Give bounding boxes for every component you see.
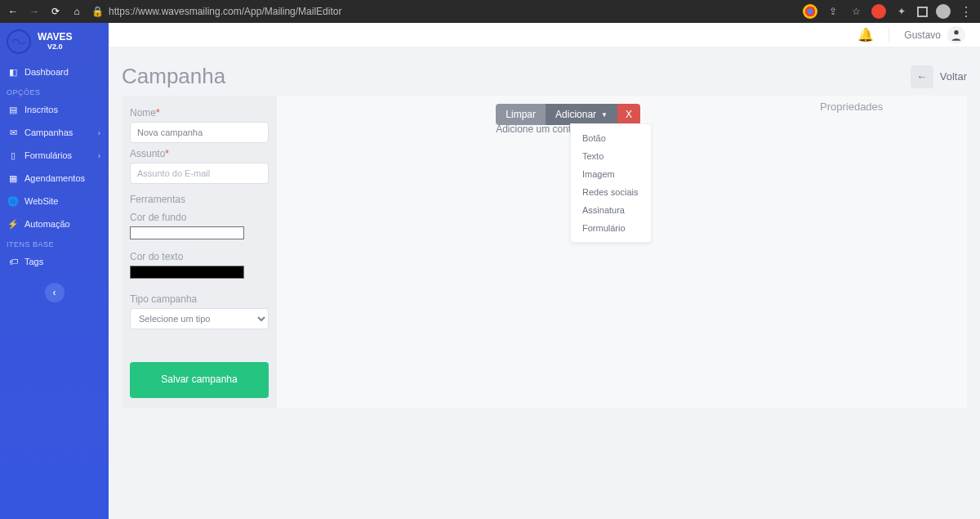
- bg-color-input[interactable]: [130, 226, 244, 239]
- calendar-icon: ▦: [8, 173, 18, 183]
- sidebar-collapse-button[interactable]: ‹: [45, 283, 65, 302]
- type-select[interactable]: Selecione um tipo: [130, 308, 269, 329]
- brand-name: WAVES: [38, 32, 72, 43]
- sidebar-item-automacao[interactable]: ⚡Automação: [0, 213, 109, 235]
- avatar-icon: [947, 26, 965, 44]
- globe-icon: 🌐: [8, 196, 18, 206]
- separator: [889, 28, 889, 43]
- arrow-left-icon: ←: [911, 65, 933, 88]
- username: Gustavo: [904, 29, 941, 41]
- sidebar-item-label: Campanhas: [24, 128, 73, 137]
- required-mark: *: [156, 107, 160, 119]
- delete-button[interactable]: X: [617, 104, 640, 125]
- profile-icon[interactable]: [936, 4, 951, 19]
- sidebar-section: ITENS BASE: [0, 235, 109, 250]
- sidebar-item-label: Inscritos: [24, 105, 58, 114]
- add-option-redes[interactable]: Redes sociais: [571, 183, 651, 201]
- clear-button[interactable]: Limpar: [496, 104, 546, 125]
- add-option-formulario[interactable]: Formulário: [571, 219, 651, 237]
- subject-input[interactable]: [130, 163, 269, 184]
- menu-icon[interactable]: ⋮: [959, 4, 973, 19]
- back-button[interactable]: ← Voltar: [911, 65, 967, 88]
- bell-icon[interactable]: 🔔: [858, 27, 874, 43]
- form-panel: Nome* Assunto* Ferramentas Cor de fundo …: [122, 96, 277, 408]
- properties-title: Propriedades: [820, 101, 959, 113]
- home-icon[interactable]: ⌂: [70, 5, 83, 18]
- star-icon[interactable]: ☆: [849, 4, 863, 19]
- sidebar-item-dashboard[interactable]: ◧Dashboard: [0, 60, 109, 83]
- address-bar[interactable]: 🔒 https://www.wavesmailing.com/App/Maili…: [91, 6, 341, 17]
- tools-label: Ferramentas: [130, 194, 269, 205]
- sidebar-item-label: Agendamentos: [24, 173, 85, 183]
- url-text: https://www.wavesmailing.com/App/Mailing…: [109, 6, 341, 17]
- dashboard-icon: ◧: [8, 67, 18, 77]
- gtranslate-icon[interactable]: [803, 4, 817, 19]
- add-dropdown-button[interactable]: Adicionar ▼: [546, 104, 617, 125]
- envelope-icon: ✉: [8, 128, 18, 137]
- canvas-toolbar: Limpar Adicionar ▼ X: [496, 104, 640, 125]
- svg-point-0: [954, 30, 958, 34]
- sidebar-item-label: Automação: [24, 219, 70, 229]
- name-input[interactable]: [130, 122, 269, 143]
- sidebar-item-label: Dashboard: [24, 67, 69, 77]
- reload-icon[interactable]: ⟳: [49, 5, 62, 18]
- add-option-texto[interactable]: Texto: [571, 147, 651, 165]
- add-option-imagem[interactable]: Imagem: [571, 165, 651, 183]
- canvas-empty-text: Adicione um conteúdo: [296, 123, 792, 135]
- logo-icon: [7, 29, 31, 54]
- sidebar-item-website[interactable]: 🌐WebSite: [0, 190, 109, 213]
- save-button[interactable]: Salvar campanha: [130, 362, 269, 398]
- add-option-assinatura[interactable]: Assinatura: [571, 201, 651, 219]
- chevron-right-icon: ›: [98, 128, 100, 137]
- required-mark: *: [165, 148, 169, 159]
- add-label: Adicionar: [555, 109, 596, 120]
- extensions-icon[interactable]: ✦: [894, 4, 909, 19]
- share-icon[interactable]: ⇪: [826, 4, 840, 19]
- type-label: Tipo campanha: [130, 293, 269, 305]
- reading-list-icon[interactable]: [917, 7, 928, 17]
- sidebar-section: OPÇÕES: [0, 83, 109, 98]
- add-dropdown-menu: Botão Texto Imagem Redes sociais Assinat…: [570, 123, 652, 243]
- sidebar-item-tags[interactable]: 🏷Tags: [0, 250, 109, 273]
- name-label: Nome: [130, 107, 156, 119]
- sidebar-item-label: WebSite: [24, 196, 58, 206]
- caret-down-icon: ▼: [601, 111, 608, 119]
- sidebar-item-inscritos[interactable]: ▤Inscritos: [0, 98, 109, 121]
- back-label: Voltar: [940, 70, 967, 83]
- bg-color-label: Cor de fundo: [130, 212, 269, 223]
- sidebar-item-label: Tags: [24, 257, 43, 266]
- fg-color-input[interactable]: [130, 266, 244, 279]
- chevron-right-icon: ›: [98, 151, 100, 160]
- sidebar-item-campanhas[interactable]: ✉Campanhas ›: [0, 121, 109, 144]
- editor-canvas: Limpar Adicionar ▼ X Botão Texto Imagem …: [277, 96, 812, 406]
- properties-panel: Propriedades: [812, 96, 967, 118]
- forward-icon[interactable]: →: [28, 5, 41, 18]
- lock-icon: 🔒: [91, 6, 104, 17]
- users-icon: ▤: [8, 105, 18, 114]
- browser-chrome: ← → ⟳ ⌂ 🔒 https://www.wavesmailing.com/A…: [0, 0, 980, 23]
- topbar: 🔔 Gustavo: [109, 23, 980, 47]
- file-icon: ▯: [8, 150, 18, 160]
- brand-version: V2.0: [38, 43, 72, 51]
- page-title: Campanha: [122, 64, 225, 89]
- back-icon[interactable]: ←: [7, 5, 20, 18]
- bolt-icon: ⚡: [8, 219, 18, 229]
- ext1-icon[interactable]: [871, 4, 886, 19]
- sidebar-item-label: Formulários: [24, 150, 72, 160]
- add-option-botao[interactable]: Botão: [571, 129, 651, 147]
- tag-icon: 🏷: [8, 257, 18, 266]
- sidebar-item-agendamentos[interactable]: ▦Agendamentos: [0, 167, 109, 190]
- sidebar: WAVES V2.0 ◧Dashboard OPÇÕES ▤Inscritos …: [0, 23, 109, 519]
- user-menu[interactable]: Gustavo: [904, 26, 965, 44]
- sidebar-item-formularios[interactable]: ▯Formulários ›: [0, 144, 109, 167]
- subject-label: Assunto: [130, 148, 165, 159]
- fg-color-label: Cor do texto: [130, 251, 269, 262]
- brand[interactable]: WAVES V2.0: [0, 23, 109, 60]
